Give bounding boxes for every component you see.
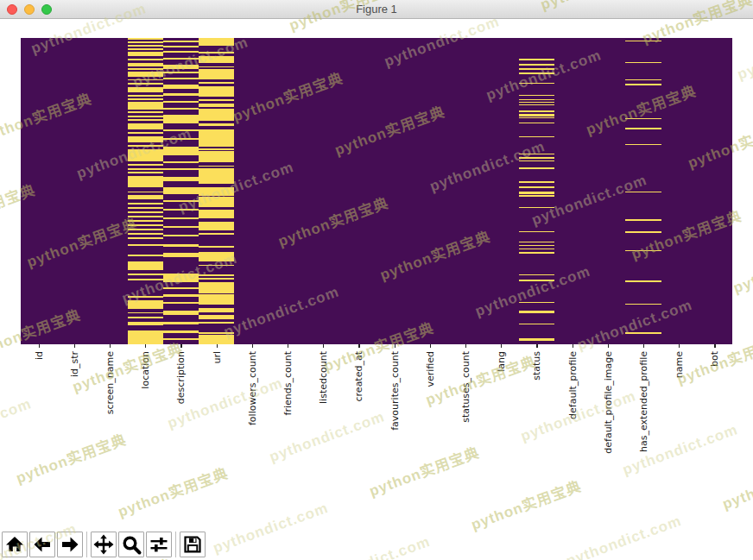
pan-button[interactable] — [91, 532, 117, 557]
missing-value-stripe — [199, 109, 234, 121]
missing-value-stripe — [519, 311, 554, 313]
watermark-text: python实用宝典 — [71, 341, 185, 394]
missing-value-stripe — [128, 312, 163, 314]
x-tick-label-id: id — [33, 351, 44, 360]
heatmap-column-default_profile_image — [590, 38, 625, 344]
missing-value-stripe — [199, 265, 234, 267]
missing-value-stripe — [163, 287, 199, 289]
missing-value-stripe — [199, 278, 234, 280]
missing-value-stripe — [625, 128, 661, 129]
configure-subplots-button[interactable] — [146, 532, 172, 557]
x-tick — [252, 344, 253, 348]
x-tick — [573, 344, 573, 348]
missing-value-stripe — [128, 136, 163, 142]
missing-value-stripe — [163, 85, 199, 89]
missing-value-stripe — [519, 110, 554, 111]
missing-value-stripe — [199, 222, 234, 230]
missing-value-stripe — [199, 274, 234, 275]
missing-value-stripe — [163, 330, 199, 332]
missing-value-stripe — [128, 38, 163, 40]
missing-value-stripe — [128, 255, 163, 256]
missing-value-stripe — [199, 86, 234, 97]
missing-value-stripe — [163, 65, 199, 69]
missing-value-stripe — [199, 233, 234, 235]
x-tick — [323, 344, 324, 348]
missing-value-stripe — [128, 45, 163, 47]
x-tick-label-location: location — [140, 351, 151, 389]
missing-value-stripe — [519, 186, 554, 187]
missing-value-stripe — [519, 252, 554, 253]
x-tick — [358, 344, 359, 348]
missing-value-stripe — [128, 261, 163, 270]
x-tick-label-status: status — [531, 351, 542, 381]
missing-value-stripe — [519, 338, 554, 341]
save-figure-button[interactable] — [180, 532, 206, 557]
x-tick-label-verified: verified — [424, 351, 435, 387]
missing-value-stripe — [519, 64, 554, 65]
missing-value-stripe — [519, 123, 554, 123]
missing-value-stripe — [199, 197, 234, 207]
missing-value-stripe — [199, 123, 234, 126]
missing-value-stripe — [163, 235, 199, 236]
missing-value-stripe — [128, 132, 163, 134]
window-title: Figure 1 — [0, 3, 753, 16]
missing-value-stripe — [163, 209, 199, 211]
forward-arrow-icon — [60, 534, 80, 555]
missing-value-stripe — [128, 300, 163, 309]
missing-value-stripe — [128, 72, 163, 77]
missing-value-stripe — [128, 63, 163, 66]
missing-value-stripe — [519, 99, 554, 100]
missing-value-stripe — [519, 274, 554, 275]
missing-value-stripe — [199, 56, 234, 64]
x-tick — [501, 344, 502, 348]
missing-value-stripe — [128, 224, 163, 226]
watermark-text: pythondict.com — [211, 500, 330, 556]
home-button[interactable] — [2, 532, 28, 557]
zoom-rect-button[interactable] — [118, 532, 144, 557]
back-button[interactable] — [29, 532, 55, 557]
x-tick — [465, 344, 466, 348]
x-tick-label-friends_count: friends_count — [282, 351, 294, 415]
missing-value-stripe — [128, 330, 163, 344]
pan-move-icon — [92, 533, 115, 556]
watermark-text: python实用宝典 — [367, 445, 481, 499]
heatmap-column-screen_name — [92, 38, 127, 344]
missing-value-stripe — [199, 335, 234, 344]
missing-value-stripe — [625, 62, 661, 63]
missing-value-stripe — [199, 151, 234, 162]
heatmap-column-followers_count — [234, 38, 269, 344]
x-tick-label-url: url — [211, 351, 222, 364]
x-tick-label-default_profile_image: default_profile_image — [602, 351, 613, 454]
missing-value-stripe — [625, 118, 661, 119]
missing-value-stripe — [519, 72, 554, 73]
home-icon — [4, 534, 25, 555]
missing-value-stripe — [163, 253, 199, 257]
watermark-text: python实用宝典 — [424, 354, 538, 407]
missing-value-stripe — [163, 187, 199, 195]
missing-value-stripe — [163, 129, 199, 131]
missing-value-stripe — [128, 172, 163, 173]
missing-value-stripe — [199, 38, 234, 46]
missing-value-stripe — [128, 211, 163, 213]
missing-value-stripe — [519, 280, 554, 280]
missing-value-stripe — [199, 69, 234, 79]
x-tick — [74, 344, 75, 348]
missing-value-stripe — [128, 41, 163, 43]
missing-value-stripe — [128, 59, 163, 60]
missing-value-stripe — [163, 200, 199, 202]
missing-value-stripe — [199, 104, 234, 107]
missing-value-stripe — [128, 102, 163, 110]
x-tick — [288, 344, 288, 348]
x-tick — [180, 344, 181, 348]
heatmap-canvas[interactable] — [21, 38, 732, 344]
x-tick — [110, 344, 111, 348]
x-tick — [536, 344, 537, 348]
heatmap-column-statuses_count — [447, 38, 483, 344]
missing-value-stripe — [625, 192, 661, 192]
x-tick-label-default_profile: default_profile — [566, 351, 578, 419]
missing-value-stripe — [519, 207, 554, 208]
x-tick-label-id_str: id_str — [68, 351, 79, 377]
forward-button[interactable] — [57, 532, 83, 557]
missing-value-stripe — [128, 207, 163, 209]
missing-value-stripe — [128, 87, 163, 92]
